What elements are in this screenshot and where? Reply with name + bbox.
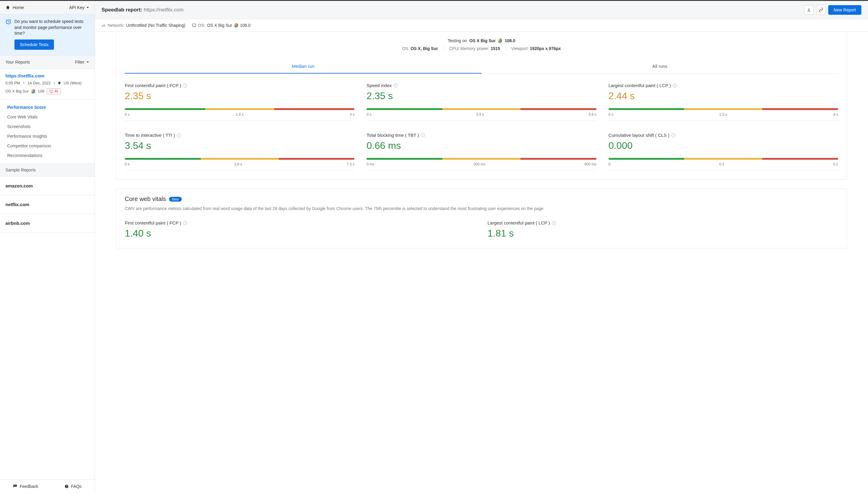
metric-gauge bbox=[367, 158, 596, 160]
gauge-tick: 0 ms bbox=[367, 162, 374, 166]
info-icon[interactable]: i bbox=[671, 133, 675, 137]
nav-competitor-comparison[interactable]: Competitor comparison bbox=[0, 141, 95, 151]
chevron-down-icon bbox=[86, 6, 89, 9]
metric-gauge bbox=[125, 108, 354, 110]
report-url[interactable]: https://netflix.com bbox=[5, 73, 89, 78]
svg-rect-1 bbox=[50, 90, 53, 92]
share-link-button[interactable] bbox=[816, 5, 826, 15]
gauge-tick: 200 ms bbox=[474, 162, 485, 166]
svg-rect-2 bbox=[192, 24, 196, 26]
monitor-icon bbox=[49, 89, 53, 93]
report-item[interactable]: https://netflix.com 5:05 PM • 14 Dec, 20… bbox=[0, 69, 95, 100]
metric-title: Largest contentful paint ( LCP ) bbox=[608, 83, 671, 88]
metric-title: First contentful paint ( FCP ) bbox=[125, 83, 181, 88]
info-icon[interactable]: i bbox=[394, 84, 398, 88]
gauge-tick: 5.8 s bbox=[589, 112, 596, 116]
faqs-link[interactable]: FAQs bbox=[65, 484, 82, 489]
metric-card: Total blocking time ( TBT ) i 0.66 ms 0 … bbox=[367, 133, 596, 170]
gauge-tick: 0 s bbox=[125, 162, 130, 166]
metric-card: Time to interactive ( TTI ) i 3.54 s 0 s… bbox=[125, 133, 354, 170]
metric-title: Total blocking time ( TBT ) bbox=[367, 133, 419, 138]
gauge-tick: 0 s bbox=[367, 112, 371, 116]
metric-value: 0.000 bbox=[608, 140, 838, 151]
gauge-tick: 0.1 bbox=[719, 162, 724, 166]
new-report-button[interactable]: New Report bbox=[828, 5, 861, 15]
home-link[interactable]: Home bbox=[5, 5, 24, 10]
gauge-tick: 2.5 s bbox=[719, 112, 727, 116]
performance-card: Testing on OS X Big Sur 108.0 OS: OS X, … bbox=[116, 31, 847, 179]
info-icon[interactable]: i bbox=[177, 133, 181, 137]
nav-list: Performance Score Core Web Vitals Screen… bbox=[0, 100, 95, 164]
feedback-link[interactable]: Feedback bbox=[13, 484, 38, 489]
info-icon[interactable]: i bbox=[421, 133, 425, 137]
nav-performance-score[interactable]: Performance Score bbox=[0, 103, 95, 112]
link-icon bbox=[819, 7, 823, 12]
schedule-tests-button[interactable]: Schedule Tests bbox=[15, 40, 54, 50]
info-icon[interactable]: i bbox=[183, 84, 187, 88]
gauge-tick: 0 s bbox=[608, 112, 613, 116]
tab-median-run[interactable]: Median run bbox=[125, 59, 482, 73]
alarm-icon bbox=[5, 19, 12, 50]
metric-card: Largest contentful paint ( LCP ) i 2.44 … bbox=[608, 83, 838, 121]
gauge-tick: 4 s bbox=[833, 112, 838, 116]
report-time: 5:05 PM bbox=[5, 81, 20, 85]
info-icon[interactable]: i bbox=[673, 84, 677, 88]
tab-all-runs[interactable]: All runs bbox=[482, 59, 839, 73]
nav-screenshots[interactable]: Screenshots bbox=[0, 122, 95, 131]
cwv-heading: Core web vitals bbox=[125, 196, 166, 202]
metric-value: 3.54 s bbox=[125, 140, 354, 151]
gauge-tick: 0 s bbox=[125, 112, 130, 116]
metric-title: Speed index bbox=[367, 83, 391, 88]
chrome-icon bbox=[234, 23, 238, 27]
chrome-icon bbox=[498, 39, 502, 43]
metric-card: First contentful paint ( FCP ) i 2.35 s … bbox=[125, 83, 354, 121]
cwv-fcp-title: First contentful paint ( FCP ) bbox=[125, 220, 181, 226]
sample-reports-heading: Sample Reports bbox=[0, 164, 95, 177]
monitor-icon bbox=[192, 23, 196, 27]
gauge-tick: 3 s bbox=[350, 112, 354, 116]
your-reports-heading: Your Reports bbox=[5, 60, 30, 64]
nav-performance-insights[interactable]: Performance Insights bbox=[0, 131, 95, 141]
chevron-down-icon bbox=[86, 61, 89, 64]
cwv-card: Core web vitals New CWV are performance … bbox=[116, 189, 847, 248]
download-icon bbox=[806, 7, 811, 12]
info-icon[interactable]: i bbox=[552, 221, 556, 225]
metric-gauge bbox=[608, 158, 838, 160]
report-browser-version: 108 bbox=[38, 89, 44, 93]
nav-core-web-vitals[interactable]: Core Web Vitals bbox=[0, 112, 95, 122]
apikey-dropdown[interactable]: API Key bbox=[69, 5, 89, 10]
download-button[interactable] bbox=[804, 5, 814, 15]
filter-label: Filter bbox=[75, 60, 84, 64]
location-icon bbox=[58, 81, 61, 85]
metric-gauge bbox=[367, 108, 596, 110]
gauge-tick: 0.2 bbox=[833, 162, 838, 166]
sample-report-item[interactable]: airbnb.com bbox=[0, 214, 95, 233]
sample-report-item[interactable]: netflix.com bbox=[0, 195, 95, 214]
schedule-banner: Do you want to schedule speed tests and … bbox=[0, 15, 95, 56]
apikey-label: API Key bbox=[69, 5, 84, 10]
schedule-prompt-text: Do you want to schedule speed tests and … bbox=[15, 19, 89, 37]
metric-value: 2.44 s bbox=[608, 90, 838, 102]
metric-value: 2.35 s bbox=[125, 90, 354, 102]
network-icon bbox=[102, 23, 106, 27]
info-icon[interactable]: i bbox=[183, 221, 187, 225]
metric-gauge bbox=[608, 108, 838, 110]
nav-recommendations[interactable]: Recommendations bbox=[0, 151, 95, 160]
cwv-fcp-value: 1.40 s bbox=[125, 228, 476, 239]
sample-report-item[interactable]: amazon.com bbox=[0, 177, 95, 195]
chrome-icon bbox=[31, 89, 35, 93]
metric-card: Speed index i 2.35 s 0 s 3.4 s 5.8 s bbox=[367, 83, 596, 121]
metric-value: 2.35 s bbox=[367, 90, 596, 102]
gauge-tick: 3.4 s bbox=[476, 112, 484, 116]
gauge-tick: 0 bbox=[608, 162, 611, 166]
metric-card: Cumulative layout shift ( CLS ) i 0.000 … bbox=[608, 133, 838, 170]
cwv-lcp-value: 1.81 s bbox=[487, 228, 839, 239]
metric-title: Time to interactive ( TTI ) bbox=[125, 133, 175, 138]
metric-gauge bbox=[125, 158, 354, 160]
report-date: 14 Dec, 2022 bbox=[27, 81, 51, 85]
gauge-tick: 600 ms bbox=[584, 162, 596, 166]
feedback-icon bbox=[13, 484, 17, 489]
test-heading: Testing on OS X Big Sur 108.0 bbox=[125, 38, 838, 43]
filter-dropdown[interactable]: Filter bbox=[75, 60, 89, 64]
home-label: Home bbox=[13, 5, 24, 10]
